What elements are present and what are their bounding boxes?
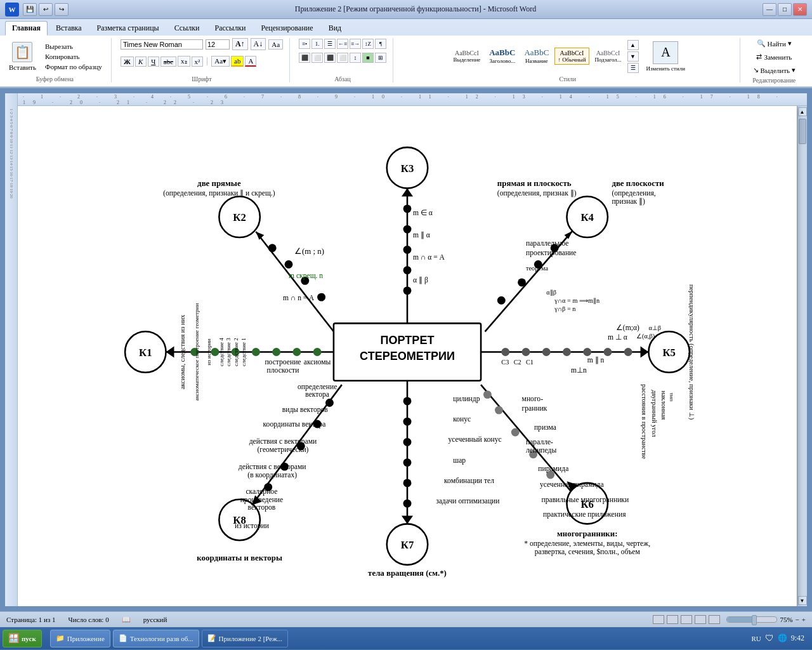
case-btn[interactable]: Аа▾ <box>211 56 230 67</box>
mindmap-svg: ПОРТРЕТ СТЕРЕОМЕТРИИ К1 <box>37 119 778 594</box>
zoom-out-icon[interactable]: − <box>796 616 799 623</box>
find-button[interactable]: 🔍 Найти ▾ <box>753 38 796 49</box>
svg-text:векторов: векторов <box>248 503 276 512</box>
decrease-font-btn[interactable]: A↓ <box>251 38 266 50</box>
change-styles: A Изменить стили <box>641 41 686 72</box>
clipboard-content: 📋 Вставить Вырезать Копировать Формат по… <box>5 38 105 74</box>
zoom-slider[interactable] <box>726 616 777 623</box>
style-arrows: ▲ ▼ ☰ <box>627 40 639 73</box>
subscript-btn[interactable]: х₂ <box>178 56 190 67</box>
tab-mailings[interactable]: Рассылки <box>207 21 252 36</box>
align-center-btn[interactable]: ⬜ <box>311 53 323 63</box>
styles-down-btn[interactable]: ▼ <box>627 51 639 62</box>
indent-increase-btn[interactable]: ≡→ <box>350 39 361 49</box>
style-subheading[interactable]: AaBbCcI Подзагол... <box>592 48 625 65</box>
maximize-btn[interactable]: □ <box>778 3 792 16</box>
zoom-handle[interactable] <box>752 615 757 625</box>
svg-point-19 <box>522 348 530 356</box>
taskbar-item-0[interactable]: 📁 Приложение <box>50 630 110 647</box>
taskbar-item-1[interactable]: 📄 Технологии разв об... <box>113 630 199 647</box>
replace-button[interactable]: ⇄ Заменить <box>752 51 796 62</box>
clear-format-btn[interactable]: Aa <box>268 39 283 50</box>
border-btn[interactable]: ⊞ <box>375 53 386 63</box>
underline-btn[interactable]: Ч <box>148 56 159 67</box>
svg-text:γ∩β = n: γ∩β = n <box>554 305 575 312</box>
select-button[interactable]: ↘ Выделить ▾ <box>749 65 799 76</box>
taskbar-item-2[interactable]: 📝 Приложение 2 [Реж... <box>202 630 288 647</box>
tab-page-layout[interactable]: Разметка страницы <box>90 21 166 36</box>
style-title[interactable]: AaBbC Название <box>521 46 552 65</box>
svg-text:двугранный угол: двугранный угол <box>651 390 658 437</box>
styles-up-btn[interactable]: ▲ <box>627 40 639 50</box>
scroll-down-btn[interactable]: ▼ <box>798 596 807 605</box>
increase-font-btn[interactable]: A↑ <box>232 38 248 50</box>
align-left-btn[interactable]: ⬛ <box>299 53 310 63</box>
bold-btn[interactable]: Ж <box>121 56 134 67</box>
svg-text:цилиндр: цилиндр <box>453 395 480 403</box>
cut-button[interactable]: Вырезать <box>43 42 105 51</box>
web-view-btn[interactable] <box>681 615 692 624</box>
outline-view-btn[interactable] <box>695 615 706 624</box>
svg-text:перпендикулярность (определени: перпендикулярность (определение, признак… <box>688 284 695 420</box>
document-area: 1·2·3·4·5·6·7·8·9·10·11·12·13·14·15·16·1… <box>0 88 812 611</box>
align-right-btn[interactable]: ⬛ <box>324 53 336 63</box>
svg-text:практические приложения: практические приложения <box>543 510 626 519</box>
change-styles-btn[interactable]: A <box>653 41 678 64</box>
zoom-in-icon[interactable]: + <box>802 616 806 623</box>
highlight-btn[interactable]: аb <box>231 56 244 67</box>
svg-text:тип: тип <box>669 393 675 402</box>
copy-button[interactable]: Копировать <box>43 52 105 61</box>
svg-text:пирамида: пирамида <box>538 465 568 473</box>
justify-btn[interactable]: ⬜ <box>337 53 348 63</box>
vertical-scrollbar: ▲ ▼ <box>797 106 807 606</box>
sort-btn[interactable]: ↕Z <box>362 39 374 49</box>
font-family-input[interactable] <box>121 39 203 50</box>
svg-text:расстояния в пространстве: расстояния в пространстве <box>641 384 648 459</box>
superscript-btn[interactable]: х² <box>192 56 204 67</box>
save-quick-btn[interactable]: 💾 <box>23 3 37 16</box>
format-brush-button[interactable]: Формат по образцу <box>43 62 105 71</box>
close-btn[interactable]: ✕ <box>793 3 807 16</box>
minimize-btn[interactable]: — <box>763 3 776 16</box>
svg-text:определение: определение <box>298 383 337 391</box>
indent-decrease-btn[interactable]: ←≡ <box>337 39 348 49</box>
start-button[interactable]: 🪟 пуск <box>3 630 42 647</box>
svg-text:(в координатах): (в координатах) <box>247 471 297 479</box>
multilevel-btn[interactable]: ☰ <box>324 39 336 49</box>
svg-text:m скрещ. n: m скрещ. n <box>289 272 323 280</box>
svg-point-24 <box>624 348 632 356</box>
svg-point-29 <box>403 204 412 213</box>
line-spacing-btn[interactable]: ↕ <box>350 53 361 63</box>
tab-review[interactable]: Рецензирование <box>254 21 320 36</box>
style-normal[interactable]: AaBbCcI ↑ Обычный <box>554 48 589 65</box>
redo-quick-btn[interactable]: ↪ <box>55 3 69 16</box>
svg-point-68 <box>497 296 506 305</box>
print-view-btn[interactable] <box>653 615 664 624</box>
strikethrough-btn[interactable]: аbс <box>160 56 176 67</box>
scroll-up-btn[interactable]: ▲ <box>798 107 807 116</box>
font-size-input[interactable] <box>206 39 230 50</box>
shading-btn[interactable]: ■ <box>362 53 374 63</box>
full-view-btn[interactable] <box>667 615 678 624</box>
bullets-btn[interactable]: ≡• <box>299 39 310 49</box>
tab-home[interactable]: Главная <box>5 21 48 36</box>
network-icon: 🌐 <box>778 633 787 643</box>
svg-text:m ∥ α: m ∥ α <box>413 231 430 239</box>
svg-text:следствие 1: следствие 1 <box>240 338 247 366</box>
undo-quick-btn[interactable]: ↩ <box>39 3 53 16</box>
tab-references[interactable]: Ссылки <box>167 21 207 36</box>
tab-view[interactable]: Вид <box>322 21 349 36</box>
numbering-btn[interactable]: 1. <box>311 39 323 49</box>
style-highlight[interactable]: AaBbCcI Выделение <box>450 48 483 65</box>
style-heading[interactable]: AaBbC Заголово... <box>486 46 518 65</box>
pilcrow-btn[interactable]: ¶ <box>375 39 386 49</box>
italic-btn[interactable]: К <box>135 56 147 67</box>
systray: RU 🛡 🌐 9:42 <box>751 633 809 644</box>
styles-more-btn[interactable]: ☰ <box>627 63 639 73</box>
tab-insert[interactable]: Вставка <box>49 21 89 36</box>
draft-view-btn[interactable] <box>709 615 720 624</box>
paste-button[interactable]: 📋 Вставить <box>5 39 40 74</box>
font-color-btn[interactable]: А <box>245 56 256 67</box>
scroll-thumb[interactable] <box>799 119 806 144</box>
ribbon-content: 📋 Вставить Вырезать Копировать Формат по… <box>0 36 812 87</box>
